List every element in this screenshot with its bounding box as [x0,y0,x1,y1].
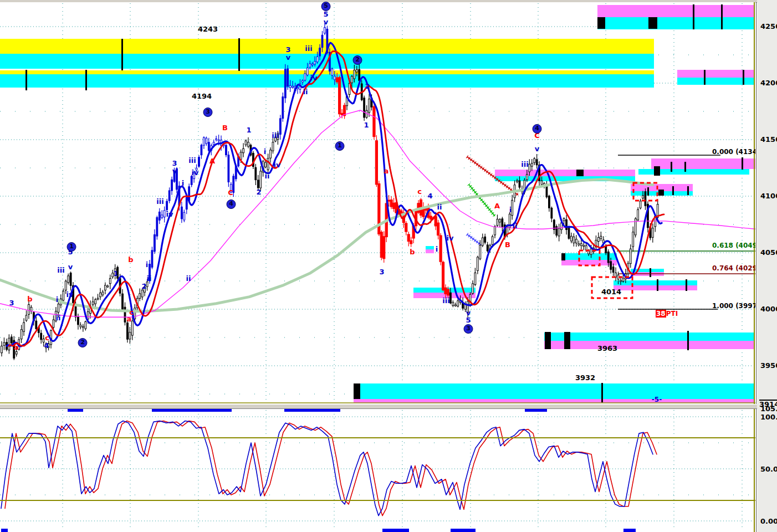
pti-indicator: 38PTI [656,310,678,318]
wave-5-projection-label: -5- [652,396,662,403]
pti-label: PTI [666,310,678,318]
price-axis-label: 3950 [760,362,777,369]
oscillator-axis-label: 100.00 [760,413,777,421]
pti-value: 38 [656,310,666,318]
price-axis-label: 4200 [760,79,777,86]
oscillator-axis-label: 0.00 [760,518,777,525]
price-axis-label: 4000 [760,305,777,313]
price-axis-label: 4050 [760,249,777,256]
chart-canvas[interactable] [0,0,777,532]
price-axis: 42504200415041004050400039503914105.100.… [757,0,777,532]
oscillator-axis-label: 50.00 [760,466,777,473]
price-axis-label: 4250 [760,23,777,30]
price-axis-label: 4100 [760,192,777,200]
chart-application-window: 424341944014396339323bac4iiiv5iivii1bca2… [0,0,777,532]
oscillator-axis-label: 105. [760,405,777,412]
price-axis-label: 4150 [760,136,777,143]
panel-splitter[interactable] [0,404,777,409]
